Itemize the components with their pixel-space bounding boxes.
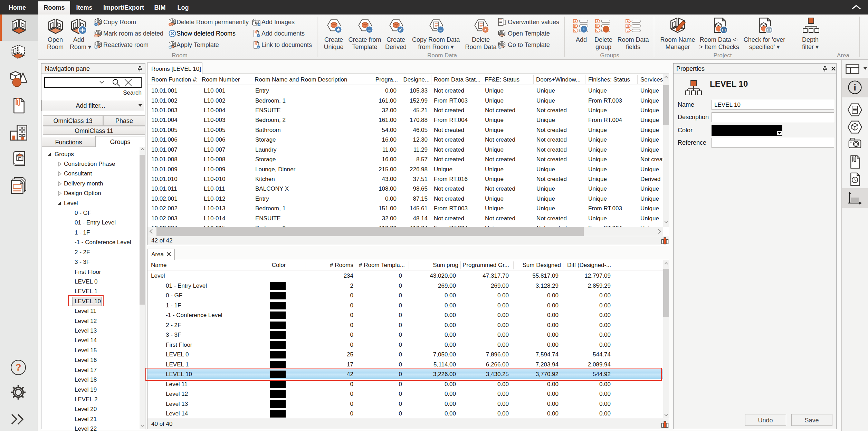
svg-text:−: − [604, 26, 608, 32]
svg-text:−: − [170, 23, 171, 26]
svg-text:+: + [258, 34, 259, 37]
svg-text:+: + [258, 23, 260, 26]
svg-text:↻: ↻ [95, 46, 97, 49]
svg-text:★: ★ [336, 27, 340, 32]
svg-text:1:1: 1:1 [722, 29, 726, 32]
svg-text:∞: ∞ [257, 46, 259, 49]
svg-text:A: A [597, 20, 599, 23]
svg-text:B: B [574, 24, 576, 28]
svg-text:A: A [627, 20, 629, 23]
svg-text:A: A [574, 20, 576, 23]
svg-text:C: C [574, 29, 576, 32]
svg-text:+: + [582, 26, 585, 32]
svg-text:⇄: ⇄ [169, 46, 172, 49]
svg-text:↙: ↙ [399, 27, 402, 32]
svg-text:?: ? [15, 362, 21, 373]
svg-text:1:1: 1:1 [767, 29, 772, 32]
svg-text:=: = [439, 27, 442, 32]
svg-text:=: = [95, 23, 97, 26]
svg-text:C: C [597, 29, 599, 32]
svg-text:↺: ↺ [499, 46, 501, 49]
svg-text:C: C [627, 29, 629, 32]
svg-text:i: i [853, 82, 856, 93]
svg-text:B: B [597, 24, 599, 28]
svg-text:B: B [627, 24, 629, 28]
svg-text:x: x [484, 27, 487, 32]
svg-text:=: = [368, 27, 371, 32]
